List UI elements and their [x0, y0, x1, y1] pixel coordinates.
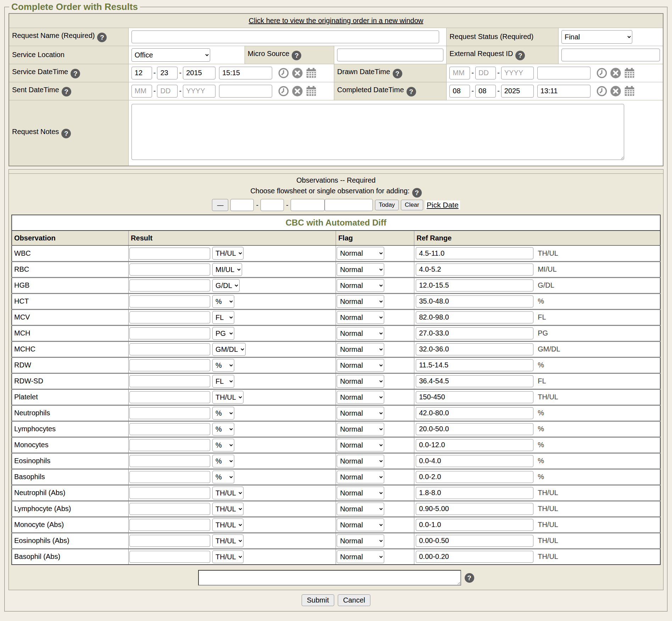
completed-time-input[interactable]	[537, 85, 590, 98]
ref-range-input[interactable]	[416, 423, 533, 435]
ref-range-input[interactable]	[416, 407, 533, 419]
observation-note-input[interactable]	[198, 570, 461, 586]
result-unit-select[interactable]: TH/UL	[212, 550, 243, 563]
ref-range-input[interactable]	[416, 327, 533, 339]
result-input[interactable]	[129, 359, 210, 371]
result-unit-select[interactable]: TH/UL	[212, 503, 243, 515]
result-unit-select[interactable]: %	[212, 407, 234, 420]
service-location-select[interactable]: Office	[131, 48, 210, 62]
drawn-month-input[interactable]	[449, 67, 470, 79]
help-icon[interactable]: ?	[407, 87, 416, 96]
flag-select[interactable]: Normal	[337, 407, 384, 420]
chooser-month-input[interactable]	[230, 199, 254, 211]
result-unit-select[interactable]: %	[212, 423, 234, 436]
result-unit-select[interactable]: %	[212, 439, 234, 451]
help-icon[interactable]: ?	[61, 129, 71, 138]
result-unit-select[interactable]: %	[212, 455, 234, 467]
help-icon[interactable]: ?	[393, 69, 402, 78]
help-icon[interactable]: ?	[71, 69, 80, 78]
ref-range-input[interactable]	[416, 551, 533, 563]
clear-datetime-icon[interactable]	[610, 67, 621, 79]
help-icon[interactable]: ?	[465, 573, 474, 583]
ref-range-input[interactable]	[416, 311, 533, 323]
flag-select[interactable]: Normal	[337, 279, 384, 292]
result-unit-select[interactable]: TH/UL	[212, 519, 243, 531]
clear-datetime-icon[interactable]	[610, 85, 621, 97]
result-input[interactable]	[129, 551, 210, 563]
help-icon[interactable]: ?	[515, 51, 525, 60]
pick-date-link[interactable]: Pick Date	[425, 200, 460, 210]
flag-select[interactable]: Normal	[337, 391, 384, 404]
view-originating-order-link[interactable]: Click here to view the originating order…	[249, 17, 423, 24]
result-unit-select[interactable]: %	[212, 359, 234, 372]
result-input[interactable]	[129, 264, 210, 276]
time-picker-icon[interactable]	[278, 85, 289, 97]
calendar-icon[interactable]	[624, 67, 635, 79]
ref-range-input[interactable]	[416, 471, 533, 483]
result-unit-select[interactable]: GM/DL	[212, 343, 246, 356]
clear-datetime-icon[interactable]	[292, 85, 303, 97]
ref-range-input[interactable]	[416, 519, 533, 531]
result-unit-select[interactable]: TH/UL	[212, 534, 243, 547]
help-icon[interactable]: ?	[97, 33, 107, 42]
sent-month-input[interactable]	[131, 85, 152, 98]
ref-range-input[interactable]	[416, 503, 533, 515]
flag-select[interactable]: Normal	[337, 550, 384, 563]
service-year-input[interactable]	[183, 67, 215, 79]
time-picker-icon[interactable]	[596, 85, 607, 97]
result-input[interactable]	[129, 311, 210, 323]
request-status-select[interactable]: Final	[561, 30, 632, 44]
chooser-time-input[interactable]	[325, 199, 373, 211]
clear-datetime-icon[interactable]	[292, 67, 303, 79]
flag-select[interactable]: Normal	[337, 423, 384, 436]
flag-select[interactable]: Normal	[337, 263, 384, 276]
clear-button[interactable]: Clear	[401, 200, 423, 210]
drawn-year-input[interactable]	[501, 67, 534, 79]
flag-select[interactable]: Normal	[337, 487, 384, 499]
result-input[interactable]	[129, 423, 210, 435]
result-input[interactable]	[129, 407, 210, 419]
result-input[interactable]	[129, 279, 210, 292]
result-input[interactable]	[129, 455, 210, 467]
result-unit-select[interactable]: PG	[212, 327, 234, 340]
micro-source-input[interactable]	[337, 49, 443, 61]
submit-button[interactable]: Submit	[302, 594, 334, 606]
request-name-input[interactable]	[131, 31, 439, 43]
ref-range-input[interactable]	[416, 295, 533, 307]
result-input[interactable]	[129, 487, 210, 499]
result-input[interactable]	[129, 248, 210, 260]
sent-time-input[interactable]	[219, 85, 272, 98]
service-time-input[interactable]	[219, 67, 272, 79]
time-picker-icon[interactable]	[278, 67, 289, 79]
service-day-input[interactable]	[157, 67, 178, 79]
calendar-icon[interactable]	[624, 85, 635, 97]
help-icon[interactable]: ?	[292, 51, 301, 60]
sent-day-input[interactable]	[157, 85, 178, 98]
calendar-icon[interactable]	[306, 85, 317, 97]
flag-select[interactable]: Normal	[337, 311, 384, 324]
flag-select[interactable]: Normal	[337, 455, 384, 467]
result-input[interactable]	[129, 535, 210, 547]
result-input[interactable]	[129, 439, 210, 451]
flag-select[interactable]: Normal	[337, 247, 384, 260]
flag-select[interactable]: Normal	[337, 359, 384, 372]
chooser-day-input[interactable]	[261, 199, 284, 211]
cancel-button[interactable]: Cancel	[338, 594, 370, 606]
ref-range-input[interactable]	[416, 375, 533, 387]
ref-range-input[interactable]	[416, 535, 533, 547]
ref-range-input[interactable]	[416, 343, 533, 355]
completed-day-input[interactable]	[475, 85, 496, 98]
calendar-icon[interactable]	[306, 67, 317, 79]
flag-select[interactable]: Normal	[337, 375, 384, 388]
drawn-day-input[interactable]	[475, 67, 496, 79]
result-unit-select[interactable]: TH/UL	[212, 391, 243, 404]
result-input[interactable]	[129, 295, 210, 307]
result-input[interactable]	[129, 391, 210, 403]
ref-range-input[interactable]	[416, 279, 533, 292]
result-input[interactable]	[129, 343, 210, 355]
result-unit-select[interactable]: FL	[212, 375, 234, 388]
result-unit-select[interactable]: MI/UL	[212, 263, 242, 276]
ref-range-input[interactable]	[416, 359, 533, 371]
chooser-year-input[interactable]	[291, 199, 325, 211]
drawn-time-input[interactable]	[537, 67, 590, 79]
